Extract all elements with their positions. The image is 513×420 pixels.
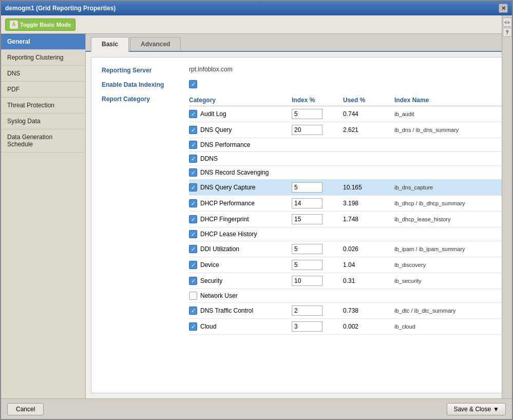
index-pct-input[interactable] [292,182,322,193]
cell-used-pct: 10.165 [343,184,394,191]
toolbar: A Toggle Basic Mode [1,15,512,34]
tab-bar: Basic Advanced [86,34,512,52]
cell-category: ✓ DNS Traffic Control [189,307,292,315]
row-checkbox[interactable]: ✓ [189,183,197,192]
table-row: Network User [189,289,507,303]
row-checkbox[interactable]: ✓ [189,245,197,253]
title-bar: demogm1 (Grid Reporting Properties) ✕ [1,1,512,15]
row-checkbox[interactable]: ✓ [189,277,197,285]
category-name: DNS Query Capture [200,184,255,191]
cell-index-pct [292,182,343,193]
index-pct-input[interactable] [292,244,322,254]
row-checkbox[interactable]: ✓ [189,199,197,207]
table-row: ✓ DHCP Lease History [189,227,507,241]
report-category-table: Category Index % Used % Index Name ✓ Aud… [189,94,507,335]
category-name: DNS Traffic Control [200,307,253,314]
save-close-label: Save & Close [453,406,491,413]
cell-index-name: ib_security [394,278,507,284]
category-name: DDI Utilization [200,245,239,253]
row-checkbox[interactable]: ✓ [189,215,197,223]
report-category-label: Report Category [102,94,189,103]
sidebar-item-dns[interactable]: DNS [1,66,85,82]
cell-index-name: ib_discovery [394,262,507,268]
main-window: demogm1 (Grid Reporting Properties) ✕ A … [0,0,513,420]
category-name: DNS Query [200,126,232,133]
cancel-button[interactable]: Cancel [7,403,44,415]
table-row: ✓ DNS Record Scavenging [189,166,507,180]
cell-category: ✓ DNS Query Capture [189,183,292,192]
cell-index-pct [292,306,343,316]
table-row: ✓ DNS Performance [189,138,507,152]
row-checkbox[interactable] [189,292,197,300]
cell-index-name: ib_dtc / ib_dtc_summary [394,308,507,314]
sidebar-item-syslog-data[interactable]: Syslog Data [1,113,85,129]
sidebar-item-threat-protection[interactable]: Threat Protection [1,98,85,113]
index-pct-input[interactable] [292,306,322,316]
cell-index-pct [292,276,343,286]
tab-advanced[interactable]: Advanced [130,37,181,51]
row-checkbox[interactable]: ✓ [189,261,197,269]
cell-index-name: ib_dns / ib_dns_summary [394,127,507,133]
cell-used-pct: 1.04 [343,261,394,269]
report-category-row: Report Category Category Index % Used % … [102,94,496,335]
toggle-basic-label: Toggle Basic Mode [20,22,71,28]
col-category: Category [189,97,292,104]
index-pct-input[interactable] [292,109,322,119]
window-title: demogm1 (Grid Reporting Properties) [5,5,116,12]
table-row: ✓ DDNS [189,152,507,166]
sidebar-item-data-generation-schedule[interactable]: Data Generation Schedule [1,129,85,152]
cell-index-name: ib_audit [394,111,507,117]
tab-basic[interactable]: Basic [91,37,129,52]
category-name: Network User [200,292,238,299]
cell-category: ✓ Security [189,277,292,285]
cell-used-pct: 3.198 [343,200,394,207]
help-button[interactable]: ? [503,34,512,37]
enable-data-indexing-row: Enable Data Indexing ✓ [102,80,496,88]
row-checkbox[interactable]: ✓ [189,110,197,118]
row-checkbox[interactable]: ✓ [189,230,197,238]
cell-category: ✓ DDNS [189,155,292,163]
index-pct-input[interactable] [292,276,322,286]
form-area: Reporting Server rpt.infoblox.com Enable… [91,57,507,393]
category-name: DDNS [200,155,218,162]
cell-category: ✓ Cloud [189,322,292,331]
cell-used-pct: 0.738 [343,307,394,314]
cell-index-pct [292,244,343,254]
cell-index-name: ib_dns_capture [394,184,507,190]
table-row: ✓ DDI Utilization 0.026 ib_ipam / ib_ipa… [189,241,507,257]
col-index-name: Index Name [394,97,507,104]
row-checkbox[interactable]: ✓ [189,307,197,315]
index-pct-input[interactable] [292,260,322,270]
sidebar-item-general[interactable]: General [1,34,85,50]
index-pct-input[interactable] [292,321,322,332]
cell-used-pct: 0.002 [343,323,394,330]
save-close-button[interactable]: Save & Close ▼ [447,403,506,415]
cell-index-pct [292,125,343,135]
reporting-server-row: Reporting Server rpt.infoblox.com [102,66,496,74]
index-pct-input[interactable] [292,198,322,208]
cell-index-name: ib_dhcp_lease_history [394,216,507,222]
close-button[interactable]: ✕ [499,4,508,13]
reporting-server-label: Reporting Server [102,66,189,74]
toggle-icon: A [10,21,18,29]
toggle-basic-button[interactable]: A Toggle Basic Mode [5,18,75,31]
row-checkbox[interactable]: ✓ [189,141,197,149]
cell-index-pct [292,321,343,332]
sidebar-item-pdf[interactable]: PDF [1,82,85,98]
cell-used-pct: 0.026 [343,245,394,253]
save-dropdown-arrow[interactable]: ▼ [493,406,499,413]
cell-index-name: ib_cloud [394,323,507,330]
category-name: DHCP Fingerprint [200,216,249,223]
sidebar-item-reporting-clustering[interactable]: Reporting Clustering [1,50,85,66]
index-pct-input[interactable] [292,125,322,135]
enable-data-indexing-checkbox[interactable]: ✓ [189,80,197,88]
row-checkbox[interactable]: ✓ [189,168,197,177]
cell-index-pct [292,198,343,208]
side-panel: «» ? [502,34,512,398]
cell-category: Network User [189,292,292,300]
cell-category: ✓ DNS Query [189,126,292,134]
row-checkbox[interactable]: ✓ [189,126,197,134]
row-checkbox[interactable]: ✓ [189,155,197,163]
index-pct-input[interactable] [292,214,322,224]
row-checkbox[interactable]: ✓ [189,322,197,331]
